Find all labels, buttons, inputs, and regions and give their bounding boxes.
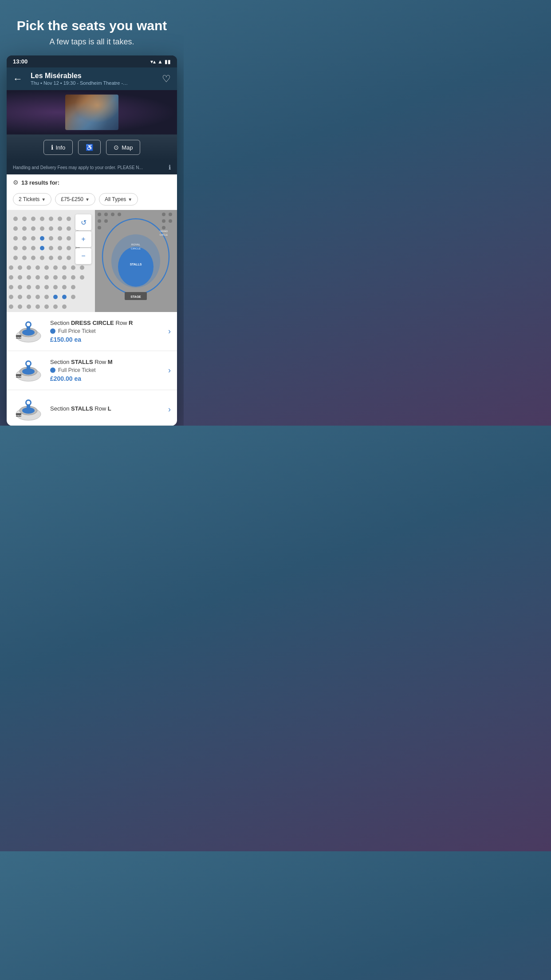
- app-header: ← Les Misérables Thu • Nov 12 • 19:30 - …: [7, 67, 177, 90]
- ticket-info-1: Section DRESS CIRCLE Row R Full Price Ti…: [50, 320, 165, 343]
- svg-point-50: [9, 275, 13, 280]
- svg-point-44: [35, 265, 40, 270]
- svg-point-27: [31, 246, 35, 250]
- svg-point-75: [9, 304, 13, 309]
- ticket-item[interactable]: STAGE Section DRESS CIRCLE Row R Full Pr…: [7, 312, 177, 351]
- seat-map-area[interactable]: STAGE STALLS ROYAL CIRCLE GRAND CIRCLE ↺…: [7, 210, 177, 312]
- type-filter-dropdown[interactable]: All Types ▼: [99, 193, 138, 205]
- svg-point-35: [31, 256, 35, 260]
- svg-point-4: [49, 217, 53, 221]
- svg-point-70: [35, 295, 40, 299]
- svg-point-81: [62, 304, 67, 309]
- svg-point-109: [27, 323, 30, 326]
- svg-point-25: [13, 246, 18, 250]
- svg-text:CIRCLE: CIRCLE: [131, 247, 141, 250]
- svg-point-92: [169, 219, 172, 223]
- svg-point-6: [67, 217, 71, 221]
- ticket-item[interactable]: STAGE Section STALLS Row M Full Price Ti…: [7, 351, 177, 390]
- info-button[interactable]: ℹ Info: [43, 140, 73, 155]
- type-filter-chevron: ▼: [128, 197, 132, 202]
- svg-point-0: [13, 217, 18, 221]
- svg-point-125: [27, 401, 30, 404]
- back-button[interactable]: ←: [13, 73, 27, 85]
- svg-point-53: [35, 275, 40, 280]
- ticket-chevron-1: ›: [168, 327, 171, 336]
- ticket-list: STAGE Section DRESS CIRCLE Row R Full Pr…: [7, 312, 177, 426]
- svg-point-14: [58, 226, 62, 231]
- svg-point-76: [18, 304, 22, 309]
- ticket-type-row-2: Full Price Ticket: [50, 367, 165, 373]
- svg-point-41: [9, 265, 13, 270]
- svg-point-83: [104, 213, 108, 216]
- ticket-price-1: £150.00 ea: [50, 336, 165, 343]
- svg-point-52: [27, 275, 31, 280]
- svg-text:ROYAL: ROYAL: [131, 243, 141, 246]
- price-filter-dropdown[interactable]: £75-£250 ▼: [55, 193, 95, 205]
- fee-info-icon: ℹ: [169, 164, 171, 171]
- favorite-button[interactable]: ♡: [162, 73, 171, 85]
- info-icon: ℹ: [51, 144, 53, 151]
- svg-point-29: [49, 246, 53, 250]
- svg-point-21: [49, 236, 53, 241]
- show-banner: [7, 90, 177, 134]
- zoom-out-button[interactable]: −: [75, 248, 91, 264]
- show-image-inner: [65, 95, 118, 130]
- svg-point-74: [71, 295, 75, 299]
- ticket-section-label-2: Section STALLS Row M: [50, 359, 165, 365]
- svg-point-43: [27, 265, 31, 270]
- tickets-filter-label: 2 Tickets: [19, 196, 39, 202]
- results-count: 13 results for:: [21, 179, 59, 186]
- svg-point-10: [22, 226, 27, 231]
- svg-text:STAGE: STAGE: [16, 375, 22, 378]
- svg-point-78: [35, 304, 40, 309]
- tickets-filter-dropdown[interactable]: 2 Tickets ▼: [13, 193, 51, 205]
- svg-point-60: [18, 285, 22, 289]
- results-bar: ⚙ 13 results for:: [7, 174, 177, 190]
- svg-text:CIRCLE: CIRCLE: [160, 233, 168, 236]
- svg-point-57: [71, 275, 75, 280]
- svg-point-11: [31, 226, 35, 231]
- map-button[interactable]: ⊙ Map: [106, 140, 140, 155]
- signal-icon: ▲: [157, 59, 163, 65]
- ticket-type-label-1: Full Price Ticket: [58, 328, 96, 334]
- svg-point-79: [44, 304, 49, 309]
- svg-point-62: [35, 285, 40, 289]
- svg-point-68: [18, 295, 22, 299]
- event-title: Les Misérables: [31, 72, 162, 80]
- svg-point-39: [67, 256, 71, 260]
- svg-point-20: [40, 236, 44, 241]
- svg-point-1: [22, 217, 27, 221]
- svg-point-72: [53, 295, 58, 299]
- svg-point-45: [44, 265, 49, 270]
- svg-point-48: [71, 265, 75, 270]
- svg-point-47: [62, 265, 67, 270]
- info-button-label: Info: [56, 144, 66, 151]
- svg-point-91: [162, 219, 165, 223]
- fee-notice: Handling and Delivery Fees may apply to …: [7, 160, 177, 174]
- mini-map-svg: STAGE STALLS ROYAL CIRCLE GRAND CIRCLE: [95, 210, 177, 312]
- price-filter-chevron: ▼: [85, 197, 90, 202]
- svg-point-80: [53, 304, 58, 309]
- zoom-in-button[interactable]: +: [75, 231, 91, 247]
- svg-point-34: [22, 256, 27, 260]
- svg-point-37: [49, 256, 53, 260]
- zoom-reset-icon: ↺: [81, 218, 87, 227]
- show-image: [65, 95, 118, 130]
- phone-mockup: 13:00 ▾▴ ▲ ▮▮ ← Les Misérables Thu • Nov…: [7, 55, 177, 426]
- svg-point-86: [98, 219, 101, 223]
- ticket-item[interactable]: STAGE Section STALLS Row L ›: [7, 390, 177, 426]
- map-button-label: Map: [122, 144, 133, 151]
- accessibility-button[interactable]: ♿: [78, 140, 101, 155]
- filter-sliders-icon: ⚙: [13, 179, 19, 186]
- zoom-reset-button[interactable]: ↺: [75, 214, 91, 230]
- action-buttons-bar: ℹ Info ♿ ⊙ Map: [7, 134, 177, 160]
- ticket-section-label-3: Section STALLS Row L: [50, 405, 165, 412]
- svg-point-56: [62, 275, 67, 280]
- wifi-icon: ▾▴: [150, 59, 156, 65]
- svg-point-18: [22, 236, 27, 241]
- zoom-plus-icon: +: [81, 235, 85, 243]
- svg-point-54: [44, 275, 49, 280]
- svg-text:STALLS: STALLS: [130, 263, 142, 266]
- svg-point-36: [40, 256, 44, 260]
- svg-point-30: [58, 246, 62, 250]
